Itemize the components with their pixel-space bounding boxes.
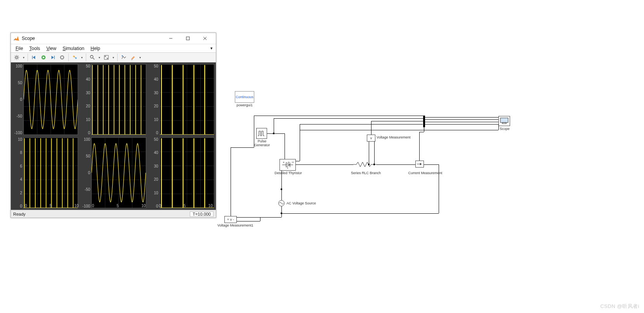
autoscale-button[interactable] bbox=[102, 53, 111, 62]
svg-marker-13 bbox=[33, 56, 35, 59]
plot-6-trace bbox=[160, 138, 214, 208]
menu-help[interactable]: Help bbox=[87, 45, 103, 52]
block-series-rlc-branch[interactable] bbox=[353, 161, 377, 168]
label-detailed-thyristor: Detailed Thyristor bbox=[274, 171, 303, 175]
stop-icon bbox=[59, 55, 65, 60]
resistor-icon bbox=[353, 161, 377, 168]
play-icon bbox=[41, 55, 46, 60]
svg-rect-18 bbox=[54, 56, 55, 59]
svg-text:g: g bbox=[288, 161, 289, 163]
svg-point-24 bbox=[90, 55, 93, 58]
window-title: Scope bbox=[22, 36, 35, 41]
plot-1-trace bbox=[24, 64, 78, 135]
svg-marker-40 bbox=[420, 163, 422, 165]
zoom-dropdown-icon[interactable]: ▾ bbox=[97, 56, 101, 59]
menu-view[interactable]: View bbox=[43, 45, 59, 52]
block-detailed-thyristor[interactable]: a g m bbox=[279, 159, 296, 171]
scope-window: Scope File Tools View Simulation Help ▾ … bbox=[10, 33, 216, 218]
block-voltage-measurement[interactable]: v bbox=[367, 135, 375, 142]
plot-4-trace bbox=[24, 138, 78, 208]
close-icon bbox=[203, 36, 207, 40]
plot-5[interactable]: 100 50 0 -50 -100 bbox=[80, 137, 146, 208]
y-axis-ticks: 50 40 30 20 10 0 bbox=[149, 137, 160, 208]
svg-rect-14 bbox=[32, 56, 33, 59]
svg-text:a: a bbox=[283, 161, 285, 163]
step-forward-button[interactable] bbox=[49, 53, 57, 62]
svg-text:v: v bbox=[370, 136, 372, 140]
y-axis-ticks: 100 50 0 -50 -100 bbox=[80, 137, 91, 208]
highlight-button[interactable] bbox=[129, 53, 137, 62]
menu-overflow-icon[interactable]: ▾ bbox=[210, 46, 214, 51]
plot-2[interactable]: 50 40 30 20 10 0 bbox=[80, 64, 146, 135]
vmeas-icon: v bbox=[368, 135, 375, 141]
autoscale-dropdown-icon[interactable]: ▾ bbox=[111, 56, 115, 59]
svg-line-9 bbox=[15, 56, 16, 56]
svg-point-4 bbox=[16, 56, 17, 58]
thyristor-icon: a g m bbox=[281, 160, 295, 169]
svg-marker-17 bbox=[52, 56, 54, 59]
block-pulse-generator[interactable] bbox=[256, 128, 267, 139]
y-axis-ticks: 50 40 30 20 10 0 bbox=[80, 64, 91, 135]
trigger-dropdown-icon[interactable]: ▾ bbox=[80, 56, 84, 59]
stop-button[interactable] bbox=[58, 53, 66, 62]
label-voltage-measurement-1: Voltage Measurement1 bbox=[217, 224, 252, 228]
simulink-canvas[interactable]: Continuous powergui1 Pulse Generator + v… bbox=[217, 31, 637, 287]
gear-icon bbox=[14, 55, 19, 60]
step-forward-icon bbox=[50, 55, 56, 60]
highlight-icon bbox=[130, 55, 136, 60]
plot-4[interactable]: 10 8 6 4 2 0 bbox=[12, 137, 78, 208]
menu-tools[interactable]: Tools bbox=[26, 45, 43, 52]
plot-3-trace bbox=[160, 64, 214, 135]
block-scope[interactable] bbox=[498, 116, 510, 126]
trigger-icon bbox=[72, 55, 78, 60]
y-axis-ticks: 50 40 30 20 10 0 bbox=[149, 64, 160, 135]
plot-2-trace bbox=[92, 64, 146, 135]
block-current-measurement[interactable] bbox=[415, 161, 424, 168]
trigger-button[interactable] bbox=[71, 53, 79, 62]
autoscale-icon bbox=[104, 55, 109, 60]
block-powergui[interactable]: Continuous bbox=[235, 91, 254, 103]
label-ac-voltage-source: AC Voltage Source bbox=[286, 202, 321, 206]
plot-1[interactable]: 100 50 0 -50 -100 bbox=[12, 64, 78, 135]
svg-line-25 bbox=[93, 58, 94, 59]
label-current-measurement: Current Measurement bbox=[407, 171, 444, 175]
label-voltage-measurement: Voltage Measurement bbox=[377, 136, 415, 140]
step-back-icon bbox=[31, 55, 37, 60]
minimize-button[interactable] bbox=[162, 33, 179, 44]
watermark: CSDN @听风者i bbox=[600, 303, 639, 310]
run-button[interactable] bbox=[39, 53, 48, 62]
settings-button[interactable] bbox=[12, 53, 21, 62]
pulse-icon bbox=[257, 130, 266, 137]
block-ac-voltage-source[interactable] bbox=[278, 200, 285, 206]
highlight-dropdown-icon[interactable]: ▾ bbox=[138, 56, 142, 59]
svg-rect-41 bbox=[500, 118, 508, 123]
svg-line-12 bbox=[18, 56, 18, 56]
settings-dropdown-icon[interactable]: ▾ bbox=[22, 56, 26, 59]
svg-rect-27 bbox=[122, 55, 123, 57]
plot-6[interactable]: 50 40 30 20 10 0 bbox=[149, 137, 214, 208]
svg-rect-1 bbox=[186, 37, 189, 40]
y-axis-ticks: 10 8 6 4 2 0 bbox=[12, 137, 23, 208]
menu-file[interactable]: File bbox=[12, 45, 26, 52]
ac-source-icon bbox=[279, 201, 284, 206]
vmeas1-icon: + v - bbox=[225, 217, 236, 222]
maximize-button[interactable] bbox=[179, 33, 196, 44]
menu-simulation[interactable]: Simulation bbox=[59, 45, 87, 52]
label-series-rlc-branch: Series RLC Branch bbox=[347, 171, 384, 175]
titlebar[interactable]: Scope bbox=[11, 33, 216, 44]
cursor-measure-icon bbox=[121, 55, 127, 60]
svg-line-10 bbox=[18, 59, 18, 59]
cursor-button[interactable] bbox=[120, 53, 128, 62]
svg-line-23 bbox=[74, 57, 76, 58]
block-voltage-measurement-1[interactable]: + v - bbox=[224, 216, 237, 223]
close-button[interactable] bbox=[196, 33, 214, 44]
plot-grid: ◧ 100 50 0 -50 -100 50 40 30 20 10 0 bbox=[11, 62, 216, 210]
status-ready: Ready bbox=[13, 212, 26, 216]
plot-3[interactable]: 50 40 30 20 10 0 bbox=[149, 64, 214, 135]
statusbar: Ready T=10.000 bbox=[11, 210, 216, 218]
svg-rect-42 bbox=[502, 123, 506, 124]
step-back-button[interactable] bbox=[30, 53, 38, 62]
zoom-button[interactable] bbox=[88, 53, 97, 62]
label-powergui: powergui1 bbox=[235, 104, 254, 107]
x-axis-ticks: 0510 0510 0510 bbox=[14, 204, 213, 209]
